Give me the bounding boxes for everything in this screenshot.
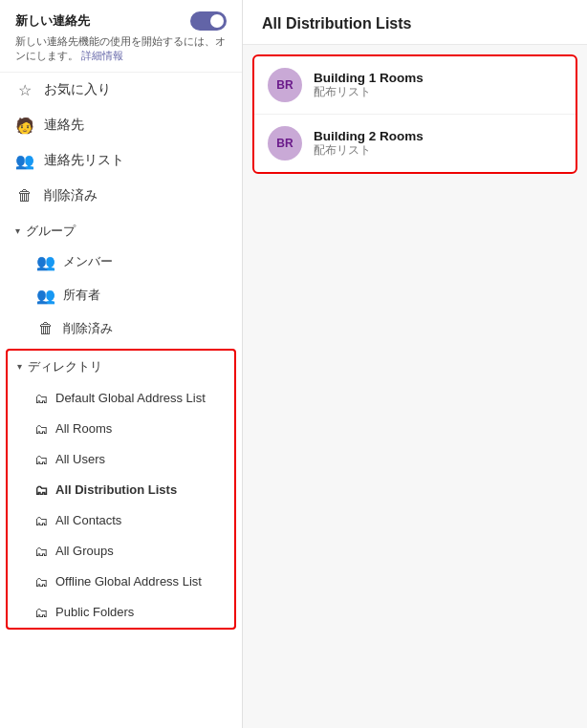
nav-item-contacts[interactable]: 🧑 連絡先 [0,108,242,143]
sidebar: 新しい連絡先 新しい連絡先機能の使用を開始するには、オンにします。 詳細情報 ☆… [0,0,243,728]
directory-section: ▾ ディレクトリ 🗂 Default Global Address List 🗂… [6,349,236,630]
dl-card-building1[interactable]: BR Building 1 Rooms 配布リスト [254,56,576,115]
folder-icon-default-gal: 🗂 [34,391,48,406]
new-contact-section: 新しい連絡先 新しい連絡先機能の使用を開始するには、オンにします。 詳細情報 [0,0,242,73]
dir-label-offline-gal: Offline Global Address List [55,574,202,589]
nav-label-deleted: 削除済み [44,187,98,204]
panel-title: All Distribution Lists [262,15,411,32]
trash-icon: 🗑 [15,187,34,204]
dl-type-building2: 配布リスト [314,143,424,158]
new-contact-label: 新しい連絡先 [15,12,90,30]
dir-item-all-users[interactable]: 🗂 All Users [8,444,234,475]
nav-label-favorites: お気に入り [44,81,111,98]
people-icon: 👥 [15,152,34,170]
nav-item-members[interactable]: 👥 メンバー [0,246,242,279]
directory-chevron-icon: ▾ [17,361,22,372]
dir-item-all-groups[interactable]: 🗂 All Groups [8,536,234,567]
folder-icon-all-contacts: 🗂 [34,513,48,528]
dir-item-all-distribution-lists[interactable]: 🗂 All Distribution Lists [8,475,234,505]
dl-card-building2[interactable]: BR Building 2 Rooms 配布リスト [254,115,576,172]
dir-item-all-contacts[interactable]: 🗂 All Contacts [8,505,234,536]
folder-icon-all-rooms: 🗂 [34,421,48,437]
nav-label-members: メンバー [63,253,113,270]
dl-card-group: BR Building 1 Rooms 配布リスト BR Building 2 … [252,54,577,174]
folder-icon-all-dl: 🗂 [34,482,48,498]
group-trash-icon: 🗑 [36,320,55,337]
new-contact-row: 新しい連絡先 [15,11,227,31]
nav-label-contact-list: 連絡先リスト [44,152,124,169]
folder-icon-offline-gal: 🗂 [34,574,48,589]
nav-label-owners: 所有者 [63,287,100,304]
nav-item-group-deleted[interactable]: 🗑 削除済み [0,312,242,345]
new-contact-desc: 新しい連絡先機能の使用を開始するには、オンにします。 詳細情報 [15,34,227,64]
dir-item-all-rooms[interactable]: 🗂 All Rooms [8,414,234,444]
members-icon: 👥 [36,253,55,271]
new-contact-link[interactable]: 詳細情報 [81,50,123,61]
folder-icon-all-users: 🗂 [34,452,48,467]
dl-name-building2: Building 2 Rooms [314,129,424,143]
dir-label-default-gal: Default Global Address List [55,391,206,405]
dir-item-default-gal[interactable]: 🗂 Default Global Address List [8,383,234,414]
dir-item-public-folders[interactable]: 🗂 Public Folders [8,597,234,628]
dl-info-building2: Building 2 Rooms 配布リスト [314,129,424,158]
avatar-building1: BR [268,68,302,102]
panel-header: All Distribution Lists [243,0,587,45]
nav-label-group-deleted: 削除済み [63,320,113,337]
nav-item-owners[interactable]: 👥 所有者 [0,279,242,312]
dir-item-offline-gal[interactable]: 🗂 Offline Global Address List [8,567,234,597]
nav-label-contacts: 連絡先 [44,117,84,134]
dl-info-building1: Building 1 Rooms 配布リスト [314,71,424,99]
group-chevron-icon: ▾ [15,225,20,236]
dir-label-all-dl: All Distribution Lists [55,482,177,497]
dir-label-all-rooms: All Rooms [55,421,112,436]
dir-label-public-folders: Public Folders [55,605,134,619]
person-icon: 🧑 [15,117,34,135]
nav-item-deleted[interactable]: 🗑 削除済み [0,179,242,213]
folder-icon-all-groups: 🗂 [34,544,48,559]
dl-type-building1: 配布リスト [314,85,424,99]
avatar-building2: BR [268,126,302,161]
dir-label-all-groups: All Groups [55,544,114,558]
new-contact-toggle[interactable] [190,11,227,31]
dir-label-all-users: All Users [55,452,105,466]
main-panel: All Distribution Lists BR Building 1 Roo… [243,0,587,728]
distribution-list-container: BR Building 1 Rooms 配布リスト BR Building 2 … [243,45,587,183]
group-section-header[interactable]: ▾ グループ [0,213,242,246]
directory-section-label: ディレクトリ [28,358,102,375]
directory-section-header[interactable]: ▾ ディレクトリ [8,351,234,383]
dl-name-building1: Building 1 Rooms [314,71,424,85]
owners-icon: 👥 [36,287,55,305]
folder-icon-public-folders: 🗂 [34,605,48,620]
nav-item-favorites[interactable]: ☆ お気に入り [0,73,242,108]
dir-label-all-contacts: All Contacts [55,513,121,527]
nav-item-contact-list[interactable]: 👥 連絡先リスト [0,143,242,179]
group-section-label: グループ [26,223,76,240]
star-icon: ☆ [15,81,34,99]
